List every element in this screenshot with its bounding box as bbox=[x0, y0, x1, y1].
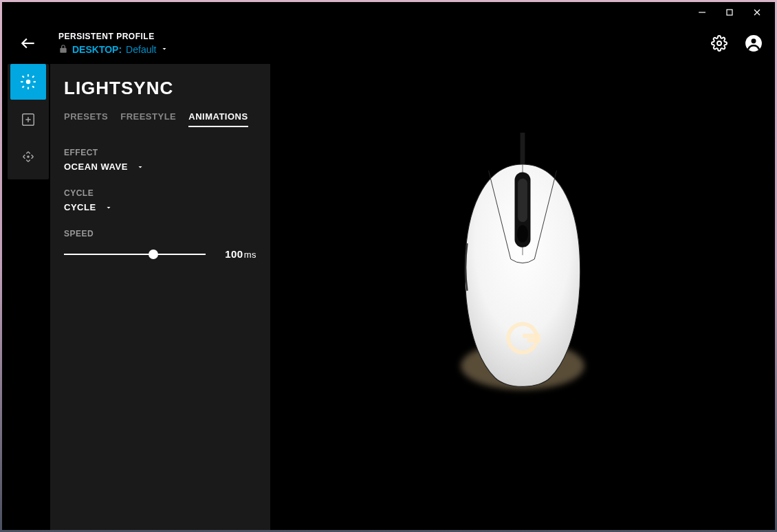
svg-line-12 bbox=[32, 86, 34, 87]
add-mode-button[interactable] bbox=[11, 102, 45, 137]
svg-line-15 bbox=[23, 86, 24, 87]
svg-point-8 bbox=[26, 80, 31, 85]
chevron-down-icon bbox=[136, 163, 144, 171]
profile-selector[interactable]: DESKTOP: Default bbox=[58, 44, 710, 56]
cycle-label: CYCLE bbox=[64, 188, 256, 198]
profile-block: PERSISTENT PROFILE DESKTOP: Default bbox=[58, 32, 710, 56]
back-button[interactable] bbox=[19, 34, 38, 53]
effect-dropdown[interactable]: OCEAN WAVE bbox=[64, 162, 256, 172]
effect-label: EFFECT bbox=[64, 148, 256, 157]
cycle-field: CYCLE CYCLE bbox=[64, 188, 256, 212]
chevron-down-icon bbox=[160, 44, 168, 55]
mode-sidebar bbox=[8, 64, 49, 179]
device-viewer bbox=[270, 64, 775, 530]
effect-field: EFFECT OCEAN WAVE bbox=[64, 148, 256, 172]
settings-button[interactable] bbox=[710, 34, 728, 52]
lightsync-mode-button[interactable] bbox=[10, 64, 46, 100]
minimize-button[interactable] bbox=[688, 3, 716, 21]
speed-value: 100 bbox=[225, 248, 243, 260]
settings-panel: LIGHTSYNC PRESETS FREESTYLE ANIMATIONS E… bbox=[50, 64, 270, 530]
svg-rect-21 bbox=[521, 133, 525, 164]
close-button[interactable] bbox=[743, 3, 771, 21]
mouse-illustration bbox=[444, 133, 602, 401]
move-mode-button[interactable] bbox=[11, 140, 45, 174]
svg-point-7 bbox=[752, 38, 756, 43]
header: PERSISTENT PROFILE DESKTOP: Default bbox=[2, 23, 775, 64]
svg-line-16 bbox=[32, 76, 34, 78]
panel-tabs: PRESETS FREESTYLE ANIMATIONS bbox=[64, 111, 256, 127]
profile-name: Default bbox=[126, 44, 156, 55]
lock-icon bbox=[58, 44, 68, 56]
app-window: PERSISTENT PROFILE DESKTOP: Default bbox=[2, 2, 775, 530]
account-button[interactable] bbox=[745, 34, 763, 52]
speed-label: SPEED bbox=[64, 229, 256, 239]
speed-readout: 100ms bbox=[215, 248, 256, 260]
speed-field: SPEED 100ms bbox=[64, 229, 256, 260]
tab-freestyle[interactable]: FREESTYLE bbox=[120, 111, 176, 127]
chevron-down-icon bbox=[105, 203, 113, 212]
svg-rect-1 bbox=[727, 10, 732, 15]
speed-slider-thumb[interactable] bbox=[149, 250, 158, 259]
profile-label: PERSISTENT PROFILE bbox=[58, 32, 710, 41]
svg-point-25 bbox=[517, 225, 528, 243]
panel-title: LIGHTSYNC bbox=[64, 78, 256, 99]
svg-point-5 bbox=[717, 41, 721, 45]
tab-presets[interactable]: PRESETS bbox=[64, 111, 108, 127]
titlebar bbox=[2, 2, 775, 23]
cycle-value: CYCLE bbox=[64, 202, 96, 212]
cycle-dropdown[interactable]: CYCLE bbox=[64, 202, 256, 212]
content: LIGHTSYNC PRESETS FREESTYLE ANIMATIONS E… bbox=[2, 64, 775, 530]
maximize-button[interactable] bbox=[716, 3, 743, 21]
svg-rect-24 bbox=[518, 179, 527, 222]
header-actions bbox=[710, 34, 763, 52]
svg-point-20 bbox=[28, 156, 29, 157]
speed-slider[interactable] bbox=[64, 254, 206, 255]
tab-animations[interactable]: ANIMATIONS bbox=[188, 111, 248, 127]
effect-value: OCEAN WAVE bbox=[64, 162, 128, 172]
profile-prefix: DESKTOP: bbox=[72, 44, 122, 55]
svg-line-11 bbox=[23, 76, 24, 78]
speed-unit: ms bbox=[244, 250, 256, 260]
